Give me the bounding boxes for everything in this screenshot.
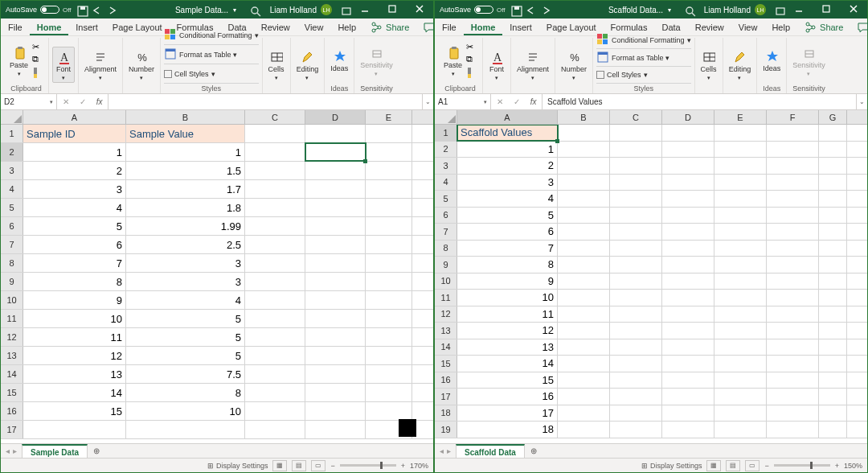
cell-C7[interactable] <box>245 236 305 253</box>
cell-C16[interactable] <box>610 372 662 389</box>
cell-E14[interactable] <box>714 339 767 356</box>
cell-C4[interactable] <box>610 175 662 191</box>
add-sheet-button[interactable]: ⊕ <box>526 444 541 459</box>
cell-D4[interactable] <box>305 180 366 198</box>
number-button[interactable]: %Number▾ <box>126 47 157 83</box>
cell-E9[interactable] <box>366 273 412 290</box>
cell-B4[interactable] <box>558 175 610 191</box>
name-box[interactable]: A1▾ <box>435 94 491 109</box>
cell-D12[interactable] <box>662 306 714 323</box>
cell-D3[interactable] <box>305 162 366 179</box>
font-group-button[interactable]: AFont▾ <box>486 47 507 83</box>
cell-B19[interactable] <box>558 422 610 438</box>
cell-B13[interactable] <box>558 323 610 339</box>
cell-E15[interactable] <box>366 384 412 401</box>
cell-F18[interactable] <box>767 405 819 422</box>
cell-G16[interactable] <box>819 372 847 389</box>
cell-G8[interactable] <box>819 241 847 257</box>
ideas-button[interactable]: Ideas <box>328 47 350 75</box>
row-header-6[interactable]: 6 <box>1 217 23 235</box>
cell-B15[interactable] <box>558 356 610 372</box>
cell-B8[interactable] <box>558 241 610 257</box>
cell-B17[interactable] <box>558 389 610 405</box>
cell-A10[interactable]: 9 <box>23 291 126 309</box>
conditional-formatting-button[interactable]: Conditional Formatting▾ <box>596 33 691 50</box>
ribbon-tab-home[interactable]: Home <box>30 19 69 35</box>
user-account[interactable]: Liam Holland LH <box>704 4 771 15</box>
cell-D3[interactable] <box>662 158 714 174</box>
row-header-8[interactable]: 8 <box>1 254 23 272</box>
cell-B6[interactable]: 1.99 <box>126 217 245 235</box>
zoom-out-button[interactable]: − <box>764 462 768 470</box>
cell-G5[interactable] <box>819 191 847 207</box>
zoom-slider[interactable] <box>774 464 830 467</box>
enter-formula-icon[interactable]: ✓ <box>80 97 86 106</box>
cell-E4[interactable] <box>714 175 767 191</box>
cell-A1[interactable]: Scaffold Values <box>457 125 558 141</box>
cell-A6[interactable]: 5 <box>23 217 126 235</box>
column-header-A[interactable]: A <box>457 110 558 124</box>
page-layout-view-button[interactable]: ▤ <box>292 460 306 471</box>
cell-C6[interactable] <box>610 208 662 224</box>
normal-view-button[interactable]: ▦ <box>706 460 721 471</box>
cell-F12[interactable] <box>767 306 819 323</box>
cell-A15[interactable]: 14 <box>23 384 126 401</box>
cell-E2[interactable] <box>714 142 767 158</box>
row-header-7[interactable]: 7 <box>1 236 23 253</box>
cell-F19[interactable] <box>767 422 819 438</box>
comments-button[interactable]: Comments <box>850 19 868 35</box>
cell-F4[interactable] <box>767 175 819 191</box>
alignment-button[interactable]: Alignment▾ <box>514 47 551 83</box>
cell-D15[interactable] <box>305 384 366 401</box>
cell-B11[interactable]: 5 <box>126 310 245 327</box>
cell-E8[interactable] <box>714 241 767 257</box>
cell-D2[interactable] <box>305 143 366 161</box>
zoom-slider[interactable] <box>340 464 396 467</box>
ribbon-tab-help[interactable]: Help <box>330 19 363 35</box>
cell-G7[interactable] <box>819 224 847 240</box>
ribbon-tab-file[interactable]: File <box>1 19 30 35</box>
maximize-button[interactable] <box>380 1 404 19</box>
cell-E3[interactable] <box>366 162 412 179</box>
cell-D17[interactable] <box>305 421 366 438</box>
cell-D13[interactable] <box>662 323 714 339</box>
cell-E3[interactable] <box>714 158 767 174</box>
share-button[interactable]: Share <box>363 19 416 35</box>
cell-C15[interactable] <box>610 356 662 372</box>
zoom-out-button[interactable]: − <box>330 462 334 470</box>
cell-B14[interactable] <box>558 339 610 356</box>
row-header-9[interactable]: 9 <box>435 257 457 273</box>
ribbon-tab-view[interactable]: View <box>297 19 331 35</box>
formula-bar[interactable] <box>108 94 422 109</box>
cell-D19[interactable] <box>662 422 714 438</box>
font-group-button[interactable]: AFont▾ <box>52 47 75 84</box>
cell-A17[interactable] <box>23 421 126 438</box>
copy-icon[interactable]: ⧉ <box>32 54 45 64</box>
search-icon[interactable] <box>249 5 259 14</box>
cell-B18[interactable] <box>558 405 610 422</box>
cell-D6[interactable] <box>662 208 714 224</box>
redo-icon[interactable] <box>105 5 115 14</box>
number-button[interactable]: %Number▾ <box>559 47 589 83</box>
cell-G10[interactable] <box>819 274 847 290</box>
row-header-7[interactable]: 7 <box>435 224 457 240</box>
row-header-14[interactable]: 14 <box>1 365 23 383</box>
editing-button[interactable]: Editing▾ <box>727 47 754 83</box>
cell-E1[interactable] <box>366 125 412 142</box>
cell-D5[interactable] <box>305 199 366 216</box>
column-header-E[interactable]: E <box>366 110 412 124</box>
close-button[interactable] <box>841 1 866 19</box>
cell-G15[interactable] <box>819 356 847 372</box>
row-header-1[interactable]: 1 <box>1 125 23 142</box>
expand-formula-bar-icon[interactable]: ⌄ <box>856 94 867 109</box>
row-header-11[interactable]: 11 <box>1 310 23 327</box>
ribbon-display-icon[interactable] <box>340 5 350 14</box>
cell-E16[interactable] <box>366 402 412 420</box>
cell-G2[interactable] <box>819 142 847 158</box>
row-header-12[interactable]: 12 <box>1 328 23 346</box>
cell-E4[interactable] <box>366 180 412 198</box>
row-header-2[interactable]: 2 <box>1 143 23 161</box>
cell-F1[interactable] <box>767 125 819 141</box>
cell-A1[interactable]: Sample ID <box>23 125 126 142</box>
page-layout-view-button[interactable]: ▤ <box>726 460 740 471</box>
